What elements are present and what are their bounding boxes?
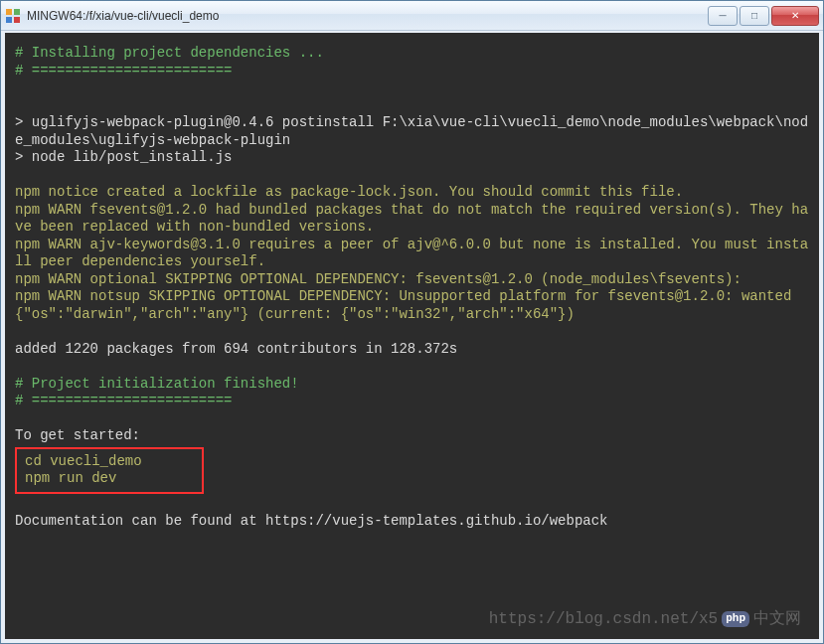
svg-rect-3 xyxy=(14,17,20,23)
maximize-button[interactable]: □ xyxy=(740,6,769,26)
watermark-suffix: 中文网 xyxy=(753,609,801,629)
titlebar[interactable]: MINGW64:/f/xia/vue-cli/vuecli_demo ─ □ ✕ xyxy=(1,1,823,31)
npm-notice: npm notice created a lockfile as package… xyxy=(15,184,683,200)
window-title: MINGW64:/f/xia/vue-cli/vuecli_demo xyxy=(27,9,708,23)
added-packages: added 1220 packages from 694 contributor… xyxy=(15,341,457,357)
divider-line-2: # ======================== xyxy=(15,393,232,408)
documentation-line: Documentation can be found at https://vu… xyxy=(15,513,608,529)
commands-highlight: cd vuecli_demo npm run dev xyxy=(15,447,204,494)
watermark: https://blog.csdn.net/x5 php 中文网 xyxy=(489,609,801,629)
app-window: MINGW64:/f/xia/vue-cli/vuecli_demo ─ □ ✕… xyxy=(0,0,824,644)
terminal-output[interactable]: # Installing project dependencies ... # … xyxy=(1,31,823,643)
postinstall-line: > uglifyjs-webpack-plugin@0.4.6 postinst… xyxy=(15,114,808,148)
npm-warn-ajv: npm WARN ajv-keywords@3.1.0 requires a p… xyxy=(15,237,808,270)
divider-line: # ======================== xyxy=(15,63,232,79)
npm-run-command: npm run dev xyxy=(25,470,116,486)
svg-rect-1 xyxy=(14,9,20,15)
minimize-button[interactable]: ─ xyxy=(708,6,738,26)
window-controls: ─ □ ✕ xyxy=(708,6,819,26)
heading-line: # Installing project dependencies ... xyxy=(15,45,324,61)
php-badge: php xyxy=(722,611,749,627)
node-line: > node lib/post_install.js xyxy=(15,149,232,165)
npm-warn-fsevents: npm WARN fsevents@1.2.0 had bundled pack… xyxy=(15,202,808,236)
npm-warn-notsup: npm WARN notsup SKIPPING OPTIONAL DEPEND… xyxy=(15,288,800,322)
mingw-icon xyxy=(5,8,21,24)
svg-rect-2 xyxy=(6,17,12,23)
init-finished: # Project initialization finished! xyxy=(15,376,299,392)
cd-command: cd vuecli_demo xyxy=(25,453,142,469)
get-started-label: To get started: xyxy=(15,427,140,443)
close-button[interactable]: ✕ xyxy=(771,6,819,26)
svg-rect-0 xyxy=(6,9,12,15)
watermark-url: https://blog.csdn.net/x5 xyxy=(489,609,718,629)
npm-warn-optional: npm WARN optional SKIPPING OPTIONAL DEPE… xyxy=(15,271,742,287)
